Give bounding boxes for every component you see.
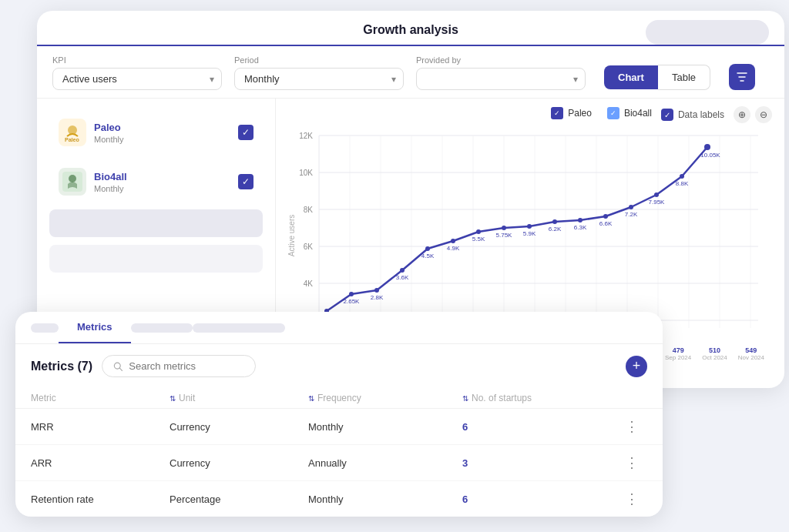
col-startups-label: No. of startups bbox=[472, 393, 532, 403]
row-retention-more[interactable]: ⋮ bbox=[616, 490, 647, 507]
legend-item-bio4all: Bio4all Monthly ✓ bbox=[49, 160, 263, 203]
metrics-count: Metrics (7) bbox=[31, 360, 92, 373]
chart-legend-paleo-label: Paleo bbox=[568, 108, 592, 119]
svg-point-43 bbox=[629, 205, 633, 209]
sort-icon-startups[interactable]: ⇅ bbox=[462, 394, 468, 403]
paleo-text: Paleo Monthly bbox=[94, 122, 124, 144]
timeline-item-510: 510 Oct 2024 bbox=[702, 346, 727, 361]
svg-text:6.3K: 6.3K bbox=[574, 224, 587, 231]
svg-text:7.95K: 7.95K bbox=[649, 199, 666, 206]
svg-point-41 bbox=[578, 218, 583, 223]
bio4all-period: Monthly bbox=[94, 184, 127, 193]
provider-select[interactable] bbox=[416, 68, 586, 90]
col-unit-label: Unit bbox=[179, 393, 195, 403]
chart-legend-bio4all-checkbox[interactable]: ✓ bbox=[607, 107, 619, 119]
provider-select-wrapper bbox=[416, 68, 586, 90]
bio4all-checkbox[interactable]: ✓ bbox=[238, 174, 253, 189]
col-frequency: ⇅ Frequency bbox=[308, 393, 462, 403]
tab-metrics[interactable]: Metrics bbox=[59, 312, 131, 343]
chart-legend-bio4all-label: Bio4all bbox=[624, 108, 652, 119]
chart-legend-paleo-checkbox[interactable]: ✓ bbox=[551, 107, 563, 119]
data-labels-toggle: ✓ Data labels bbox=[661, 109, 724, 121]
legend-item-left-paleo: Paleo Paleo Monthly bbox=[59, 119, 124, 146]
sort-icon-unit[interactable]: ⇅ bbox=[170, 394, 176, 403]
bio4all-text: Bio4all Monthly bbox=[94, 171, 127, 193]
col-startups: ⇅ No. of startups bbox=[462, 393, 616, 403]
placeholder-bar-1 bbox=[49, 209, 263, 237]
svg-point-36 bbox=[451, 239, 455, 243]
svg-point-32 bbox=[349, 292, 354, 296]
svg-point-45 bbox=[680, 174, 684, 179]
zoom-out-icon[interactable]: ⊖ bbox=[755, 106, 772, 123]
row-mrr-frequency: Monthly bbox=[308, 421, 462, 433]
header-pill bbox=[646, 20, 769, 45]
card-title: Growth analysis bbox=[363, 23, 458, 36]
sort-icon-frequency[interactable]: ⇅ bbox=[308, 394, 314, 403]
svg-text:10.05K: 10.05K bbox=[700, 152, 720, 159]
table-button[interactable]: Table bbox=[658, 65, 710, 90]
svg-text:Paleo: Paleo bbox=[65, 137, 79, 142]
svg-text:3.6K: 3.6K bbox=[396, 274, 409, 281]
svg-line-64 bbox=[119, 368, 122, 370]
filter-icon bbox=[737, 72, 747, 82]
data-labels-checkbox[interactable]: ✓ bbox=[661, 109, 673, 121]
provider-filter-group: Provided by bbox=[416, 55, 586, 90]
paleo-name: Paleo bbox=[94, 122, 124, 133]
card-header: Growth analysis bbox=[37, 11, 784, 46]
search-input[interactable] bbox=[129, 360, 244, 372]
row-retention-unit: Percentage bbox=[170, 494, 308, 505]
kpi-label: KPI bbox=[52, 55, 222, 65]
row-retention-startups[interactable]: 6 bbox=[462, 494, 616, 505]
svg-point-3 bbox=[69, 175, 76, 182]
svg-text:8.8K: 8.8K bbox=[676, 180, 689, 187]
metrics-header: Metrics (7) + bbox=[15, 344, 663, 388]
tab-pill-left[interactable] bbox=[31, 323, 59, 333]
data-labels-text: Data labels bbox=[678, 109, 724, 120]
table-header: Metric ⇅ Unit ⇅ Frequency ⇅ No. of start… bbox=[15, 388, 663, 409]
paleo-period: Monthly bbox=[94, 135, 124, 144]
chart-top-bar: ✓ Paleo ✓ Bio4all ✓ Data labels ⊕ ⊖ bbox=[282, 106, 772, 123]
svg-text:5.5K: 5.5K bbox=[472, 236, 485, 243]
svg-text:7.2K: 7.2K bbox=[625, 211, 638, 218]
row-arr-frequency: Annually bbox=[308, 457, 462, 469]
col-unit: ⇅ Unit bbox=[170, 393, 308, 403]
search-icon bbox=[113, 361, 123, 372]
row-arr-startups[interactable]: 3 bbox=[462, 457, 616, 469]
row-mrr-more[interactable]: ⋮ bbox=[616, 418, 647, 435]
kpi-select[interactable]: Active users bbox=[52, 68, 222, 90]
row-mrr-startups[interactable]: 6 bbox=[462, 421, 616, 433]
svg-text:10K: 10K bbox=[299, 169, 313, 177]
filter-button[interactable] bbox=[729, 64, 755, 90]
metrics-card: Metrics Metrics (7) + Metric ⇅ Unit ⇅ Fr… bbox=[15, 312, 663, 517]
col-actions bbox=[616, 393, 647, 403]
paleo-logo-icon: Paleo bbox=[61, 121, 84, 144]
svg-text:6.2K: 6.2K bbox=[549, 226, 562, 233]
metrics-tabs: Metrics bbox=[15, 312, 663, 344]
row-arr-more[interactable]: ⋮ bbox=[616, 454, 647, 471]
svg-point-42 bbox=[603, 214, 608, 219]
timeline-item-549: 549 Nov 2024 bbox=[738, 346, 764, 361]
kpi-filter-group: KPI Active users bbox=[52, 55, 222, 90]
svg-text:4.9K: 4.9K bbox=[447, 245, 460, 252]
bio4all-name: Bio4all bbox=[94, 171, 127, 182]
view-toggle: Chart Table bbox=[604, 65, 710, 90]
svg-point-38 bbox=[502, 226, 506, 230]
tab-pill-right1[interactable] bbox=[131, 323, 193, 333]
svg-text:5.9K: 5.9K bbox=[523, 230, 536, 237]
row-mrr-metric: MRR bbox=[31, 421, 170, 433]
zoom-in-icon[interactable]: ⊕ bbox=[734, 106, 750, 123]
svg-text:12K: 12K bbox=[299, 132, 313, 140]
tab-pill-right2[interactable] bbox=[193, 323, 285, 333]
bio4all-logo-container bbox=[59, 168, 86, 196]
provider-label: Provided by bbox=[416, 55, 586, 65]
chart-button[interactable]: Chart bbox=[604, 65, 658, 89]
svg-point-44 bbox=[654, 192, 659, 197]
row-retention-metric: Retention rate bbox=[31, 494, 170, 505]
chart-legend: ✓ Paleo ✓ Bio4all bbox=[551, 107, 652, 119]
filter-row: KPI Active users Period Monthly Provided… bbox=[37, 46, 784, 99]
period-select[interactable]: Monthly bbox=[234, 68, 404, 90]
add-button[interactable]: + bbox=[626, 356, 647, 377]
bio4all-logo-icon bbox=[61, 170, 84, 193]
paleo-checkbox[interactable]: ✓ bbox=[238, 125, 253, 140]
period-label: Period bbox=[234, 55, 404, 65]
